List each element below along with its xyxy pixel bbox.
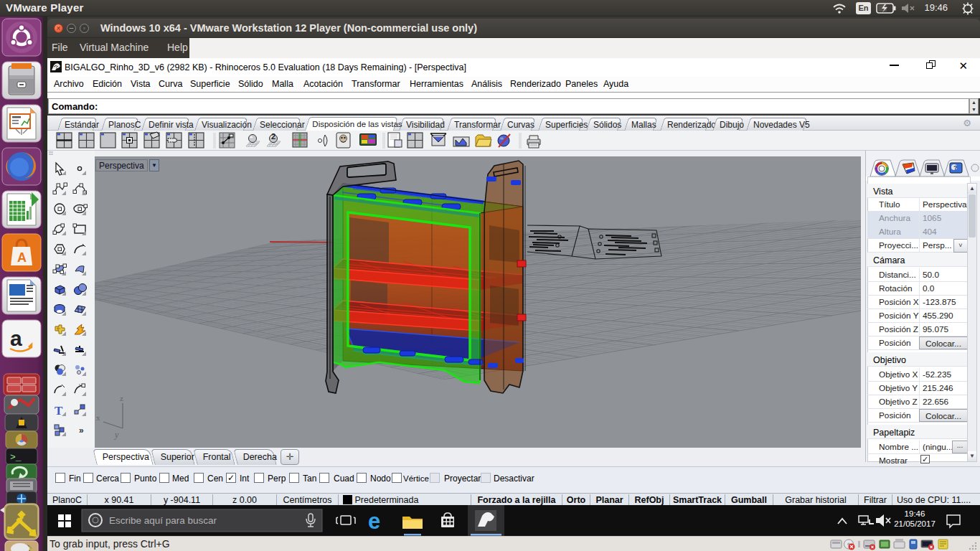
svg-text:?: ? — [953, 164, 958, 171]
svg-text:T: T — [55, 404, 63, 418]
svg-text:A: A — [17, 250, 27, 265]
svg-text:y: y — [114, 430, 119, 440]
svg-text:e: e — [368, 509, 380, 534]
svg-text:2: 2 — [271, 132, 275, 141]
svg-text:»: » — [79, 425, 84, 435]
svg-text:z: z — [120, 394, 123, 402]
svg-text:a: a — [10, 326, 22, 350]
svg-text:Escribe aquí para buscar: Escribe aquí para buscar — [109, 515, 217, 526]
svg-text:x: x — [96, 413, 100, 422]
svg-text:>_: >_ — [10, 452, 22, 463]
